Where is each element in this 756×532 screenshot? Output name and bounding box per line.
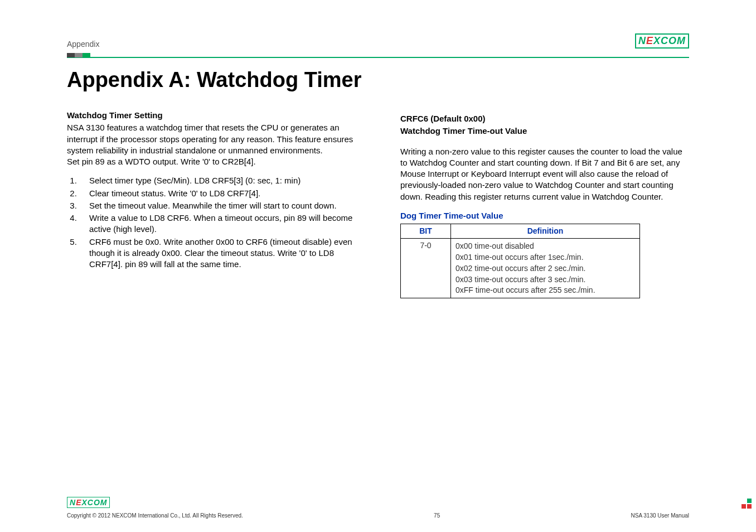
wdt-steps: Select timer type (Sec/Min). LD8 CRF5[3]… — [67, 175, 356, 270]
flogo-x: X — [81, 498, 87, 507]
def-cell: 0x00 time-out disabled 0x01 time-out occ… — [451, 238, 640, 298]
def-2: 0x02 time-out occurs after 2 sec./min. — [455, 263, 635, 274]
bit-cell: 7-0 — [401, 238, 451, 298]
wdt-step-2: Clear timeout status. Write '0' to LD8 C… — [79, 188, 356, 199]
header-label: Appendix — [67, 40, 99, 49]
logo-com: COM — [661, 35, 686, 47]
wdt-step-1: Select timer type (Sec/Min). LD8 CRF5[3]… — [79, 175, 356, 186]
wdt-intro: NSA 3130 features a watchdog timer that … — [67, 122, 356, 167]
th-def: Definition — [451, 224, 640, 239]
page-header: Appendix NEXCOM — [67, 33, 689, 49]
logo-e: E — [646, 35, 653, 47]
table-title: Dog Timer Time-out Value — [400, 210, 689, 221]
flogo-e: E — [76, 498, 81, 507]
crfc-body: Writing a non-zero value to this registe… — [400, 146, 689, 202]
page-title: Appendix A: Watchdog Timer — [67, 68, 689, 92]
logo-n: N — [638, 35, 646, 47]
flogo-n: N — [70, 498, 76, 507]
wdt-step-4: Write a value to LD8 CRF6. When a timeou… — [79, 212, 356, 235]
crfc-sub: Watchdog Timer Time-out Value — [400, 125, 689, 137]
footer-page: 75 — [434, 512, 440, 519]
wdt-step-3: Set the timeout value. Meanwhile the tim… — [79, 200, 356, 211]
footer-doc: NSA 3130 User Manual — [631, 512, 689, 519]
header-divider — [67, 57, 689, 58]
nexcom-logo-top: NEXCOM — [635, 33, 689, 49]
timeout-table: BIT Definition 7-0 0x00 time-out disable… — [400, 224, 640, 298]
def-4: 0xFF time-out occurs after 255 sec./min. — [455, 285, 635, 296]
footer-copyright: Copyright © 2012 NEXCOM International Co… — [67, 512, 243, 519]
def-1: 0x01 time-out occurs after 1sec./min. — [455, 252, 635, 263]
wdt-heading: Watchdog Timer Setting — [67, 110, 356, 121]
logo-x: X — [653, 35, 661, 47]
content-columns: Watchdog Timer Setting NSA 3130 features… — [67, 110, 689, 298]
wdt-step-5: CRF6 must be 0x0. Write another 0x00 to … — [79, 236, 356, 270]
wdt-intro-text: NSA 3130 features a watchdog timer that … — [67, 123, 353, 155]
table-header-row: BIT Definition — [401, 224, 640, 239]
wdt-setpin: Set pin 89 as a WDTO output. Write '0' t… — [67, 157, 256, 166]
def-3: 0x03 time-out occurs after 3 sec./min. — [455, 274, 635, 285]
page-footer: NEXCOM Copyright © 2012 NEXCOM Internati… — [67, 497, 689, 519]
def-0: 0x00 time-out disabled — [455, 241, 635, 252]
table-row: 7-0 0x00 time-out disabled 0x01 time-out… — [401, 238, 640, 298]
right-column: CRFC6 (Default 0x00) Watchdog Timer Time… — [400, 110, 689, 298]
crfc-head: CRFC6 (Default 0x00) — [400, 113, 689, 124]
nexcom-logo-footer: NEXCOM — [67, 497, 689, 508]
left-column: Watchdog Timer Setting NSA 3130 features… — [67, 110, 356, 298]
flogo-com: COM — [88, 498, 108, 507]
th-bit: BIT — [401, 224, 451, 239]
header-color-bar — [67, 53, 90, 57]
